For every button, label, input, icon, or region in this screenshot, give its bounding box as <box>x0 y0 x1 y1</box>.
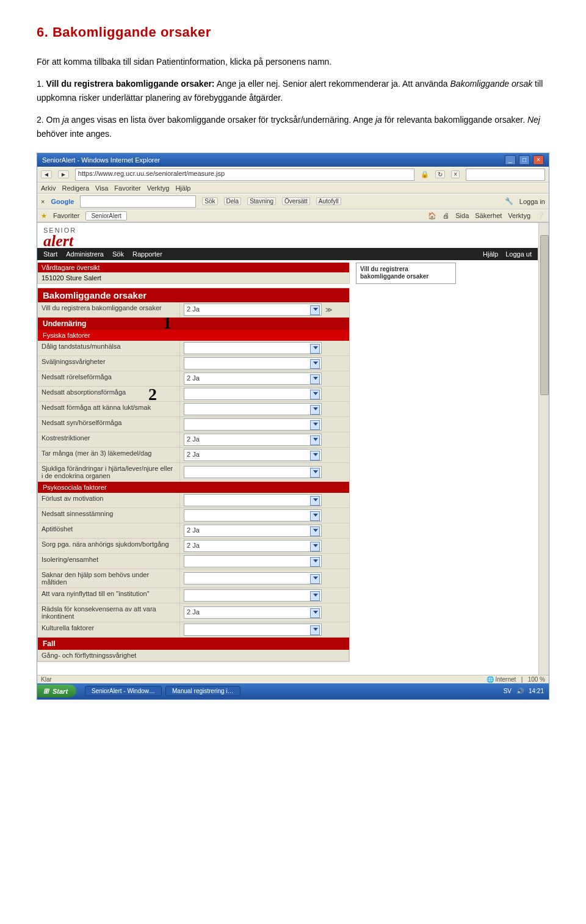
row-select[interactable] <box>184 572 322 584</box>
table-row: Förlust av motivation <box>38 493 349 508</box>
stop-button[interactable]: × <box>451 170 460 178</box>
menu-verktyg[interactable]: Verktyg <box>147 184 170 192</box>
step2-i2: ja <box>375 115 382 125</box>
nav-loggaut[interactable]: Logga ut <box>505 250 532 258</box>
patient-name-link[interactable]: 151020 Sture Salert <box>38 272 349 283</box>
table-row: Kulturella faktorer <box>38 622 349 638</box>
patient-box: Vårdtagare översikt 151020 Sture Salert <box>37 263 350 284</box>
tb-spell[interactable]: Stavning <box>247 197 276 205</box>
row-value-cell <box>180 569 349 588</box>
tb-search[interactable]: Sök <box>202 197 217 205</box>
row-select[interactable] <box>184 357 322 369</box>
section-title: 6. Bakomliggande orsaker <box>37 24 549 40</box>
system-tray: SV 🔊 14:21 <box>504 688 549 694</box>
table-row: Dålig tandstatus/munhälsa <box>38 341 349 356</box>
print-icon[interactable]: 🖨 <box>443 212 449 219</box>
fav-tab[interactable]: SeniorAlert <box>85 211 126 220</box>
logo-alert-text: alert <box>43 234 532 248</box>
row-label: Sjukliga förändringar i hjärta/lever/nju… <box>38 463 180 481</box>
tray-sound-icon[interactable]: 🔊 <box>516 688 524 694</box>
menu-hjalp[interactable]: Hjälp <box>175 184 190 192</box>
row-label: Dålig tandstatus/munhälsa <box>38 341 180 355</box>
menu-arkiv[interactable]: Arkiv <box>41 184 56 192</box>
row-label: Rädsla för konsekvenserna av att vara in… <box>38 603 180 622</box>
step2-i3: Nej <box>527 115 540 125</box>
fav-verktyg[interactable]: Verktyg <box>508 212 530 219</box>
row-value-cell <box>180 463 349 481</box>
row-select[interactable] <box>184 418 322 431</box>
table-row: Sväljningssvårigheter <box>38 356 349 371</box>
row-select[interactable]: 2 Ja <box>184 434 322 446</box>
task-word[interactable]: Manual registrering i… <box>165 686 241 696</box>
close-button[interactable]: × <box>533 155 544 165</box>
side-line1: Vill du registrera <box>360 266 452 273</box>
row-select[interactable]: 2 Ja <box>184 606 322 619</box>
tb-share[interactable]: Dela <box>224 197 242 205</box>
row-value-cell: 2 Ja <box>180 603 349 622</box>
tb-login[interactable]: Logga in <box>519 198 545 205</box>
zoom-label[interactable]: 100 % <box>528 676 545 683</box>
row-select[interactable]: 2 Ja <box>184 449 322 461</box>
row-select[interactable] <box>184 466 322 478</box>
row-value-cell <box>180 356 349 371</box>
row-select[interactable]: 2 Ja <box>184 540 322 552</box>
menu-visa[interactable]: Visa <box>95 184 108 192</box>
row-label: Kostrestriktioner <box>38 432 180 447</box>
row-label: Tar många (mer än 3) läkemedel/dag <box>38 448 180 462</box>
form-panel: Bakomliggande orsaker Vill du registrera… <box>37 288 350 662</box>
star-icon[interactable]: ★ <box>41 212 47 220</box>
row-value-cell <box>180 588 349 603</box>
row-select[interactable] <box>184 342 322 354</box>
row-select[interactable] <box>184 388 322 400</box>
nav-start[interactable]: Start <box>43 250 57 258</box>
scrollbar[interactable] <box>538 223 549 675</box>
nav-rapporter[interactable]: Rapporter <box>132 250 162 258</box>
step2-i1: ja <box>62 115 69 125</box>
url-field[interactable]: https://www.reg.ucr.uu.se/senioralert/me… <box>75 169 414 181</box>
google-logo: Google <box>51 198 74 205</box>
row-select[interactable]: 2 Ja <box>184 525 322 537</box>
row-select[interactable] <box>184 555 322 567</box>
q-select-expand-icon[interactable]: ≫ <box>325 306 333 314</box>
tb-translate[interactable]: Översätt <box>282 197 310 205</box>
q-select[interactable]: 2 Ja <box>184 304 322 316</box>
search-box[interactable] <box>466 169 545 181</box>
google-search-input[interactable] <box>80 195 196 208</box>
start-button[interactable]: ⊞ Start <box>37 685 76 697</box>
row-select[interactable] <box>184 403 322 415</box>
home-icon[interactable]: 🏠 <box>428 212 436 220</box>
group-fysiska: Fysiska faktorer <box>38 330 349 341</box>
favorites-bar: ★ Favoriter SeniorAlert 🏠 🖨 Sida Säkerhe… <box>37 209 549 222</box>
scroll-thumb[interactable] <box>540 235 549 395</box>
maximize-button[interactable]: □ <box>519 155 530 165</box>
nav-sok[interactable]: Sök <box>112 250 124 258</box>
menu-redigera[interactable]: Redigera <box>62 184 89 192</box>
fwd-button[interactable]: ► <box>58 170 69 178</box>
minimize-button[interactable]: _ <box>505 155 516 165</box>
group-psykosociala: Psykosociala faktorer <box>38 482 349 493</box>
tb-wrench-icon[interactable]: 🔧 <box>505 197 513 205</box>
step1-num: 1. <box>37 79 46 89</box>
row-select[interactable] <box>184 624 322 636</box>
row-value-cell: 2 Ja <box>180 371 349 386</box>
nav-hjalp[interactable]: Hjälp <box>483 250 498 258</box>
tb-autofill[interactable]: Autofyll <box>316 197 341 205</box>
table-row: Aptitlöshet2 Ja <box>38 523 349 539</box>
row-select[interactable]: 2 Ja <box>184 373 322 385</box>
help-icon[interactable]: ❔ <box>537 212 545 220</box>
nav-administrera[interactable]: Administrera <box>66 250 104 258</box>
fav-sida[interactable]: Sida <box>455 212 469 219</box>
refresh-button[interactable]: ↻ <box>435 170 445 178</box>
annotation-1: 1 <box>163 313 172 333</box>
fav-sakerhet[interactable]: Säkerhet <box>475 212 502 219</box>
google-x[interactable]: × <box>41 198 45 205</box>
row-select[interactable] <box>184 494 322 506</box>
back-button[interactable]: ◄ <box>41 170 52 178</box>
menu-favoriter[interactable]: Favoriter <box>114 184 140 192</box>
tray-lang[interactable]: SV <box>504 688 512 694</box>
task-ie[interactable]: SeniorAlert - Window… <box>85 686 162 696</box>
step1-rest: Ange ja eller nej. Senior alert rekommen… <box>215 79 450 89</box>
table-row: Rädsla för konsekvenserna av att vara in… <box>38 603 349 622</box>
row-select[interactable] <box>184 509 322 522</box>
row-select[interactable] <box>184 589 322 602</box>
